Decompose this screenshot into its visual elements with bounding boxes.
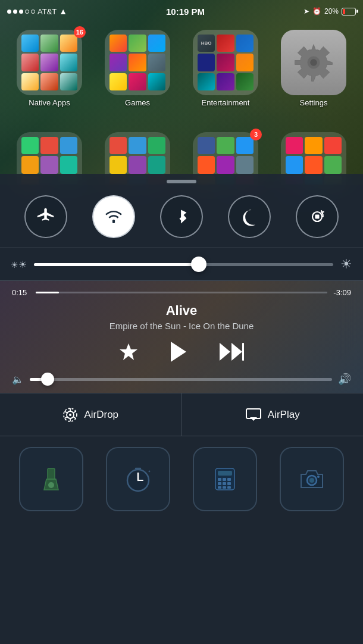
star-icon [118,342,139,362]
svg-rect-5 [315,214,319,218]
mini-app [129,73,146,90]
signal-dot-2 [13,10,17,14]
svg-rect-41 [227,486,231,489]
mini-app [21,73,39,90]
wifi-toggle[interactable] [92,195,135,238]
battery-indicator [342,8,356,15]
mini-app [60,54,77,71]
signal-bars [7,10,35,14]
mini-app [60,35,77,52]
camera-button[interactable] [280,447,344,511]
battery-icon [342,8,356,15]
svg-rect-34 [223,478,226,481]
mini-app [129,156,146,173]
volume-thumb[interactable] [41,373,54,386]
mini-app [286,137,303,154]
svg-rect-39 [218,486,221,489]
svg-line-19 [65,411,67,413]
flashlight-icon [36,464,67,495]
folder-entertainment-label: Entertainment [202,98,250,107]
svg-rect-22 [48,468,55,479]
svg-rect-35 [227,478,231,481]
wifi-icon [104,207,123,226]
folder-native-apps[interactable]: 16 Native Apps [9,30,90,107]
rotation-lock-toggle[interactable] [296,195,339,238]
favorite-button[interactable] [118,342,139,362]
music-current-time: 0:15 [12,288,30,297]
mini-app: HBO [198,35,215,52]
folder-entertainment-icon: HBO [193,30,258,95]
music-title: Alive [12,303,351,318]
brightness-slider-row: ☀ ☀ [0,248,363,280]
airdrop-button[interactable]: AirDrop [0,393,182,436]
app-settings[interactable]: Settings [273,30,354,107]
mini-app [109,35,127,52]
timer-icon [123,464,154,495]
camera-icon [296,464,327,495]
location-icon: ➤ [303,7,309,15]
mini-app [217,54,234,71]
mini-app [198,73,215,90]
brightness-slider-track[interactable] [34,263,333,266]
music-section: 0:15 -3:09 Alive Empire of the Sun - Ice… [0,281,363,393]
timer-button[interactable] [106,447,170,511]
svg-marker-7 [171,342,186,362]
do-not-disturb-toggle[interactable] [228,195,271,238]
folder-games[interactable]: Games [97,30,178,107]
flashlight-button[interactable] [19,447,83,511]
home-screen: AT&T ▲ 10:19 PM ➤ ⏰ 20% 16 [0,0,363,185]
volume-max-icon: 🔊 [338,373,351,386]
play-button[interactable] [168,340,189,363]
mini-app [40,156,58,173]
svg-point-43 [309,478,314,483]
calculator-button[interactable] [193,447,257,511]
mini-app [236,73,254,90]
brightness-max-icon: ☀ [340,257,352,272]
signal-dot-5 [31,10,35,14]
mini-app [198,137,215,154]
music-progress-fill [36,292,59,293]
mini-app [60,156,77,173]
svg-marker-9 [231,343,242,361]
svg-rect-10 [242,343,244,361]
folder-entertainment[interactable]: HBO Entertainment [185,30,266,107]
mini-app [198,54,215,71]
mini-app [286,156,303,173]
mini-app [198,156,215,173]
svg-point-2 [310,59,317,66]
mini-app [217,73,234,90]
svg-rect-32 [218,471,232,476]
mini-app [40,54,58,71]
mini-app [236,137,254,154]
folder-row2-3-badge: 3 [250,129,262,140]
calculator-icon [209,464,240,495]
airdrop-label: AirDrop [84,409,118,421]
volume-track[interactable] [30,378,332,381]
signal-dot-3 [19,10,23,14]
music-progress-track[interactable] [36,292,327,293]
fast-forward-button[interactable] [218,342,245,362]
signal-dot-4 [25,10,29,14]
brightness-thumb[interactable] [191,257,206,272]
fast-forward-icon [218,342,245,362]
mini-app [148,137,165,154]
mini-app [324,137,342,154]
pull-handle[interactable] [167,180,196,183]
mini-app [305,156,322,173]
airplane-mode-toggle[interactable] [24,195,67,238]
bluetooth-icon [172,207,191,226]
svg-rect-36 [218,482,221,485]
battery-fill [343,9,345,14]
folder-games-icon [105,30,170,95]
play-icon [168,340,189,363]
toggle-row [0,188,363,248]
music-progress-row: 0:15 -3:09 [12,288,351,297]
mini-app [40,35,58,52]
control-center: ☀ ☀ 0:15 -3:09 Alive Empire of the Sun -… [0,174,363,644]
svg-point-44 [317,476,320,478]
mini-app [21,156,39,173]
mini-app [21,137,39,154]
mini-app [109,54,127,71]
bluetooth-toggle[interactable] [160,195,203,238]
airplay-button[interactable]: AirPlay [182,393,364,436]
